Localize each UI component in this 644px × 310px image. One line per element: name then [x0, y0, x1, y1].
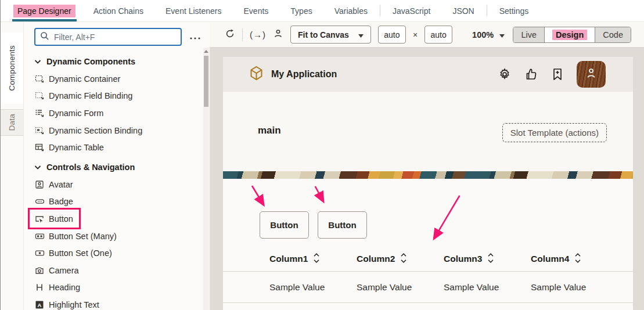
side-tab-data[interactable]: Data: [1, 109, 23, 136]
sort-icon[interactable]: [575, 253, 581, 265]
dimension-separator: ×: [413, 30, 418, 39]
table-column-header-1[interactable]: Column1: [269, 247, 357, 271]
dynamic-form-icon: [34, 109, 45, 118]
view-mode-switcher: Live Design Code: [513, 27, 631, 43]
palette-item-dynamic-form[interactable]: Dynamic Form: [34, 104, 210, 122]
view-mode-live[interactable]: Live: [513, 27, 544, 42]
app-title: My Application: [271, 69, 337, 80]
dynamic-section-binding-icon: [34, 126, 45, 135]
table-row: Sample Value Sample Value Sample Value S…: [223, 272, 633, 303]
palette-item-dynamic-table[interactable]: Dynamic Table: [34, 139, 210, 156]
person-icon: [585, 67, 598, 82]
app-logo-icon: [249, 66, 264, 83]
palette-item-camera[interactable]: Camera: [34, 262, 210, 279]
section-dynamic-components[interactable]: Dynamic Components: [34, 53, 210, 70]
component-filter-box: [34, 28, 182, 46]
dynamic-container-icon: [34, 74, 45, 84]
slot-template-actions[interactable]: Slot Template (actions): [502, 123, 607, 142]
table-column-header-4[interactable]: Column4: [531, 247, 618, 271]
canvas-height-input[interactable]: [424, 26, 452, 44]
palette-scrollbar[interactable]: [203, 48, 209, 310]
palette-item-badge[interactable]: Badge: [34, 193, 210, 211]
canvas-width-input[interactable]: [378, 26, 406, 44]
table-cell: Sample Value: [444, 272, 531, 302]
page-header-section: main Slot Template (actions): [223, 92, 633, 171]
tab-events[interactable]: Events: [233, 0, 280, 21]
scrollbar-thumb[interactable]: [204, 56, 208, 107]
page-designer-app: Page Designer Action Chains Event Listen…: [0, 0, 644, 310]
table-column-header-2[interactable]: Column2: [357, 247, 444, 271]
scrollbar-up-arrow-icon: [204, 50, 208, 53]
view-mode-design[interactable]: Design: [544, 27, 595, 42]
zoom-dropdown[interactable]: 100%: [472, 30, 505, 39]
sort-icon[interactable]: [488, 253, 494, 265]
tab-action-chains[interactable]: Action Chains: [82, 0, 154, 21]
refresh-button[interactable]: [225, 28, 235, 41]
palette-item-dynamic-section-binding[interactable]: Dynamic Section Binding: [34, 122, 210, 139]
tab-settings[interactable]: Settings: [488, 0, 540, 21]
sort-icon[interactable]: [401, 253, 406, 265]
page-content: Button Button Column1 Column2: [223, 179, 633, 310]
palette-item-dynamic-container[interactable]: Dynamic Container: [34, 70, 210, 88]
table-column-header-3[interactable]: Column3: [444, 247, 531, 271]
badge-icon: [34, 197, 45, 206]
tab-javascript[interactable]: JavaScript: [382, 0, 441, 21]
dynamic-table-icon: [34, 143, 45, 152]
palette-item-button-set-one[interactable]: Button Set (One): [34, 244, 210, 262]
tab-types[interactable]: Types: [279, 0, 323, 21]
component-tree: Dynamic Components Dynamic Container Dyn…: [24, 46, 210, 310]
chevron-down-icon: [358, 30, 364, 39]
side-tab-components[interactable]: Components: [1, 33, 23, 103]
tab-variables[interactable]: Variables: [323, 0, 379, 21]
ellipsis-icon: [189, 32, 201, 42]
button-icon: [34, 214, 45, 224]
palette-item-highlight-text[interactable]: A Highlight Text: [34, 296, 210, 310]
tab-page-designer[interactable]: Page Designer: [6, 0, 82, 21]
chevron-down-icon: [499, 30, 505, 39]
thumbs-up-icon[interactable]: [524, 67, 538, 81]
palette-item-dynamic-field-binding[interactable]: Dynamic Field Binding: [34, 88, 210, 105]
app-header: My Application: [223, 57, 633, 92]
code-insert-toggle[interactable]: (→): [250, 30, 266, 39]
palette-item-button[interactable]: Button: [34, 210, 210, 228]
designed-page: My Application: [223, 57, 633, 310]
sort-icon[interactable]: [314, 253, 319, 265]
tab-json[interactable]: JSON: [441, 0, 485, 21]
canvas-button-1[interactable]: Button: [260, 211, 309, 239]
view-mode-code[interactable]: Code: [595, 27, 631, 42]
highlight-text-icon: A: [34, 300, 45, 309]
svg-text:A: A: [38, 302, 42, 308]
canvas-column: (→) Fit to Canvas × 100%: [210, 22, 644, 310]
palette-item-avatar[interactable]: Avatar: [34, 176, 210, 193]
canvas-size-dropdown[interactable]: Fit to Canvas: [290, 26, 371, 44]
settings-gear-icon[interactable]: [498, 67, 512, 81]
user-avatar[interactable]: [577, 61, 606, 88]
canvas-button-2[interactable]: Button: [318, 211, 367, 239]
table-header-row: Column1 Column2 Column3: [223, 247, 633, 272]
palette-item-heading[interactable]: Heading: [34, 279, 210, 297]
editor-tab-bar: Page Designer Action Chains Event Listen…: [1, 0, 644, 22]
component-filter-input[interactable]: [54, 33, 176, 42]
search-icon: [40, 31, 49, 43]
page-title: main: [258, 125, 281, 136]
palette-overflow-menu-button[interactable]: [186, 28, 204, 46]
table-cell: Sample Value: [357, 272, 444, 302]
user-mode-button[interactable]: [273, 28, 283, 41]
design-canvas: My Application: [210, 48, 644, 310]
toolbar-divider: [242, 28, 243, 41]
heading-icon: [34, 283, 45, 292]
dynamic-field-binding-icon: [34, 91, 45, 100]
table-cell: Sample Value: [531, 272, 618, 302]
header-pattern-image: [223, 171, 633, 179]
components-palette: Dynamic Components Dynamic Container Dyn…: [24, 22, 210, 310]
button-set-one-icon: [34, 248, 45, 258]
tab-event-listeners[interactable]: Event Listeners: [154, 0, 233, 21]
section-controls-navigation[interactable]: Controls & Navigation: [34, 158, 210, 176]
canvas-table: Column1 Column2 Column3: [223, 247, 633, 303]
button-set-many-icon: [34, 232, 45, 241]
bookmark-add-icon[interactable]: [551, 67, 564, 81]
canvas-toolbar: (→) Fit to Canvas × 100%: [210, 22, 644, 48]
buttons-row: Button Button: [260, 211, 367, 239]
chevron-down-icon: [34, 57, 41, 66]
palette-item-button-set-many[interactable]: Button Set (Many): [34, 228, 210, 245]
